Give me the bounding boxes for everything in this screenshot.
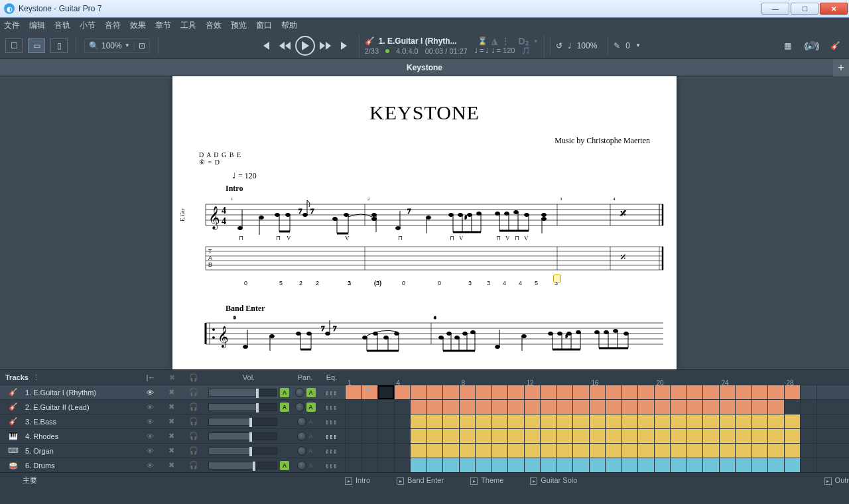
- menu-item[interactable]: 窗口: [256, 20, 272, 31]
- visibility-icon[interactable]: 👁: [147, 389, 154, 397]
- document-tab[interactable]: Keystone: [407, 63, 442, 72]
- eq-icon[interactable]: ⫾⫾⫾: [326, 418, 338, 426]
- menu-item[interactable]: 音符: [105, 20, 121, 31]
- eq-icon[interactable]: ⫾⫾⫾: [326, 447, 338, 455]
- track-row[interactable]: 🎸2. E.Guitar II (Lead)👁✖🎧AA⫾⫾⫾: [0, 399, 849, 414]
- visibility-icon[interactable]: 👁: [147, 462, 154, 470]
- new-tab-button[interactable]: +: [833, 59, 849, 76]
- fret-number[interactable]: 3: [468, 280, 472, 286]
- section-marker[interactable]: ▸Theme: [470, 476, 503, 485]
- section-marker[interactable]: ▸Outr: [824, 476, 849, 485]
- section-marker[interactable]: ▸Intro: [345, 476, 370, 485]
- tracks-menu-icon[interactable]: ⋮: [33, 373, 40, 382]
- collapse-icon[interactable]: |←: [147, 373, 156, 382]
- automation-off[interactable]: A: [308, 448, 312, 454]
- fret-number[interactable]: 3: [487, 280, 490, 286]
- automation-off[interactable]: A: [308, 418, 312, 425]
- volume-slider[interactable]: [208, 447, 277, 455]
- fret-number[interactable]: 2: [316, 280, 319, 286]
- staff-system-1[interactable]: E.Gtr 𝄞 4 4 12 34: [199, 195, 650, 286]
- track-timeline[interactable]: [345, 385, 849, 399]
- menu-item[interactable]: 效果: [130, 20, 146, 31]
- go-end-button[interactable]: [336, 38, 354, 53]
- fret-number[interactable]: 0: [244, 280, 247, 286]
- playhead-indicator[interactable]: [365, 388, 371, 391]
- play-button[interactable]: [295, 36, 315, 56]
- mute-header-icon[interactable]: ✖: [169, 373, 175, 382]
- solo-header-icon[interactable]: 🎧: [189, 373, 198, 382]
- menu-item[interactable]: 章节: [155, 20, 171, 31]
- visibility-icon[interactable]: 👁: [147, 447, 154, 455]
- pan-knob[interactable]: [297, 461, 306, 470]
- fret-number[interactable]: 5: [535, 280, 538, 286]
- automation-off[interactable]: A: [308, 462, 312, 469]
- mute-icon[interactable]: ✖: [168, 403, 174, 411]
- pan-knob[interactable]: [295, 388, 304, 397]
- chevron-down-icon[interactable]: ▼: [533, 38, 539, 44]
- section-marker[interactable]: ▸Band Enter: [397, 476, 444, 485]
- automation-badge[interactable]: A: [280, 388, 289, 397]
- pan-knob[interactable]: [295, 403, 304, 412]
- track-row[interactable]: 🎹4. Rhodes👁✖🎧A⫾⫾⫾: [0, 428, 849, 443]
- mute-icon[interactable]: ✖: [168, 417, 174, 426]
- fretboard-button[interactable]: ▦: [779, 38, 796, 53]
- menu-item[interactable]: 音轨: [54, 20, 70, 31]
- solo-icon[interactable]: 🎧: [189, 432, 198, 440]
- solo-icon[interactable]: 🎧: [189, 417, 198, 426]
- automation-badge[interactable]: A: [280, 403, 289, 412]
- go-start-button[interactable]: [257, 38, 274, 53]
- track-row[interactable]: 🎸1. E.Guitar I (Rhythm)👁✖🎧AA⫾⫾⫾: [0, 385, 849, 399]
- solo-icon[interactable]: 🎧: [189, 446, 198, 455]
- maximize-button[interactable]: ☐: [791, 3, 818, 15]
- volume-slider[interactable]: [208, 462, 277, 470]
- transpose-chip[interactable]: ✎ 0 ▼: [608, 36, 646, 55]
- track-timeline[interactable]: [345, 414, 849, 428]
- automation-badge[interactable]: A: [306, 388, 316, 397]
- track-timeline[interactable]: [345, 429, 849, 443]
- metronome-icon[interactable]: ◮: [491, 36, 497, 46]
- fret-number[interactable]: 0: [438, 280, 441, 286]
- fret-number[interactable]: (3): [374, 280, 381, 286]
- menu-item[interactable]: 小节: [80, 20, 96, 31]
- staff-system-2[interactable]: 𝄞 56 77: [199, 315, 650, 355]
- hourglass-icon[interactable]: ⌛: [478, 36, 488, 46]
- eq-icon[interactable]: ⫾⫾⫾: [326, 389, 338, 397]
- loop-chip[interactable]: ↺ ♩ 100%: [550, 36, 603, 55]
- eq-icon[interactable]: ⫾⫾⫾: [326, 403, 338, 411]
- automation-badge[interactable]: A: [306, 403, 316, 412]
- score-viewport[interactable]: KEYSTONE Music by Christophe Maerten D A…: [0, 76, 849, 369]
- menu-item[interactable]: 帮助: [281, 20, 297, 31]
- eq-icon[interactable]: ⫾⫾⫾: [326, 432, 338, 440]
- tuning-fork-icon[interactable]: 🎵: [521, 46, 531, 55]
- volume-slider[interactable]: [208, 418, 277, 426]
- visibility-icon[interactable]: 👁: [147, 432, 154, 440]
- mute-icon[interactable]: ✖: [168, 446, 174, 455]
- solo-icon[interactable]: 🎧: [189, 461, 198, 470]
- rewind-button[interactable]: [276, 38, 293, 53]
- track-timeline[interactable]: [345, 444, 849, 458]
- fret-number[interactable]: 3: [348, 280, 351, 286]
- view-single-page-button[interactable]: ☐: [5, 38, 23, 53]
- pan-knob[interactable]: [297, 432, 306, 441]
- instrument-panel-button[interactable]: 🎸: [826, 38, 844, 53]
- visibility-icon[interactable]: 👁: [147, 418, 154, 426]
- track-row[interactable]: 🎸3. E.Bass👁✖🎧A⫾⫾⫾: [0, 414, 849, 428]
- automation-off[interactable]: A: [308, 433, 312, 440]
- automation-badge[interactable]: A: [280, 461, 289, 470]
- tuner-button[interactable]: ((🔊)): [803, 38, 820, 53]
- menu-item[interactable]: 文件: [4, 20, 20, 31]
- fast-forward-button[interactable]: [317, 38, 334, 53]
- menu-item[interactable]: 编辑: [29, 20, 45, 31]
- fret-number[interactable]: 4: [519, 280, 522, 286]
- footer-label[interactable]: 主要: [23, 476, 37, 484]
- view-horizontal-button[interactable]: ▭: [28, 38, 45, 53]
- mute-icon[interactable]: ✖: [168, 432, 174, 440]
- menu-item[interactable]: 工具: [180, 20, 196, 31]
- volume-slider[interactable]: [208, 432, 277, 440]
- more-icon[interactable]: ⋮: [501, 36, 509, 46]
- visibility-icon[interactable]: 👁: [147, 403, 154, 411]
- mute-icon[interactable]: ✖: [168, 388, 174, 397]
- minimize-button[interactable]: —: [761, 3, 789, 15]
- solo-icon[interactable]: 🎧: [189, 403, 198, 411]
- fret-number[interactable]: 5: [279, 280, 283, 286]
